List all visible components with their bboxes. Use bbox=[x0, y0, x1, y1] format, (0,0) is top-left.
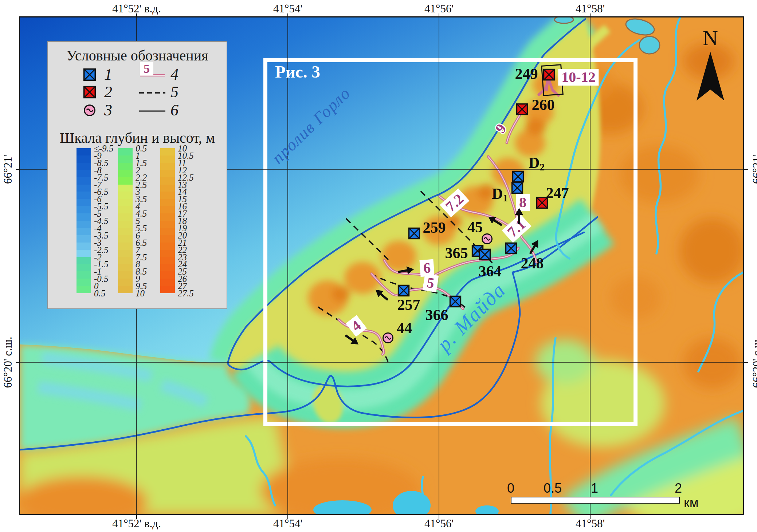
axis-tick bbox=[16, 362, 20, 363]
legend-item-number: 2 bbox=[104, 84, 112, 100]
legend-panel: Условные обозначения 1 2 3 45 5 6 Шкала … bbox=[47, 41, 227, 309]
station-label: 45 bbox=[467, 220, 483, 235]
north-arrow: N bbox=[692, 28, 729, 105]
station-label: 259 bbox=[423, 220, 446, 235]
colorbar-segment bbox=[118, 163, 133, 170]
route-label-10-12: 10-12 bbox=[558, 69, 599, 86]
pink-circle-wave-icon bbox=[382, 332, 394, 344]
axis-tick bbox=[287, 13, 288, 17]
colorbar-segment bbox=[77, 177, 91, 185]
colorbar-segment bbox=[77, 286, 91, 293]
scale-bar-tick-label: 1 bbox=[591, 481, 598, 496]
colorbar-segment bbox=[160, 185, 175, 192]
colorbar-segment bbox=[77, 170, 91, 177]
colorbar-segment bbox=[160, 250, 175, 257]
station-marker-44 bbox=[382, 332, 394, 346]
colorbar-segment bbox=[118, 286, 133, 293]
route-direction-arrow bbox=[526, 237, 544, 257]
scale-bar-tick-label: 0.5 bbox=[544, 481, 562, 496]
colorbar-segment bbox=[77, 192, 91, 199]
colorbar-segment bbox=[118, 206, 133, 213]
blue-square-x-marker bbox=[83, 68, 96, 81]
route-direction-arrow bbox=[486, 211, 506, 229]
station-marker-259 bbox=[408, 227, 420, 241]
direction-arrow-icon bbox=[486, 212, 505, 229]
colorbar-segment bbox=[118, 221, 133, 228]
colorbar-segment bbox=[160, 243, 175, 250]
dashed-line-sample bbox=[139, 91, 165, 95]
blue-square-x-icon bbox=[408, 227, 420, 240]
scale-bar: 00.512км bbox=[508, 481, 712, 506]
colorbar-segment bbox=[118, 235, 133, 243]
solid-line bbox=[139, 108, 165, 115]
colorbar-segment bbox=[118, 279, 133, 286]
legend-item-number: 4 bbox=[170, 67, 179, 83]
colorbar-segment bbox=[118, 199, 133, 206]
lat-label-right: 66°20' с.ш. bbox=[750, 337, 757, 388]
red-square-x-marker bbox=[83, 86, 96, 99]
colorbar-segment bbox=[160, 235, 175, 243]
colorbar-segment bbox=[77, 279, 91, 286]
colorbar-segment bbox=[77, 221, 91, 228]
legend-item-number: 6 bbox=[170, 102, 179, 118]
colorbar-segment bbox=[160, 264, 175, 271]
colorbar-segment bbox=[118, 264, 133, 271]
axis-tick bbox=[744, 169, 748, 170]
route-direction-arrow bbox=[372, 285, 392, 304]
route-direction-arrow bbox=[514, 208, 525, 224]
axis-tick bbox=[590, 13, 591, 17]
station-marker-248 bbox=[505, 242, 517, 256]
station-marker-260 bbox=[516, 103, 528, 117]
colorbar-segment bbox=[160, 206, 175, 213]
direction-arrow-icon bbox=[397, 264, 415, 277]
route-label-9: 9 bbox=[490, 118, 511, 139]
station-label: 247 bbox=[546, 185, 569, 201]
colorbar-segment bbox=[160, 163, 175, 170]
axis-tick bbox=[590, 515, 591, 519]
colorbar-segment bbox=[118, 271, 133, 279]
station-label: D2 bbox=[529, 155, 545, 172]
axis-tick bbox=[287, 515, 288, 519]
colorbar-segment bbox=[77, 271, 91, 279]
colorbar-segment bbox=[118, 155, 133, 163]
colorbar-segment bbox=[160, 177, 175, 185]
station-label: D1 bbox=[492, 186, 508, 203]
red-square-x-icon bbox=[516, 103, 528, 115]
colorbar-segment bbox=[77, 206, 91, 213]
colorbar-segment bbox=[118, 177, 133, 185]
station-label: 260 bbox=[532, 97, 555, 113]
dashed-line bbox=[139, 90, 165, 96]
colorbar-segment bbox=[160, 155, 175, 163]
colorbar-segment bbox=[118, 192, 133, 199]
pink-circle-wave-icon bbox=[481, 233, 493, 245]
colorbar-segment bbox=[77, 257, 91, 264]
legend-route-badge: 5 bbox=[140, 62, 153, 75]
axis-tick bbox=[16, 169, 20, 170]
scale-bar-tick-label: 2 bbox=[675, 481, 682, 496]
colorbar-segment bbox=[160, 228, 175, 235]
axis-tick bbox=[439, 515, 439, 519]
colorbar-segment bbox=[160, 279, 175, 286]
colorbar-segment bbox=[77, 148, 91, 155]
scale-bar-tick-label: 0 bbox=[507, 481, 514, 496]
pink-circle-wave-icon bbox=[83, 104, 96, 117]
axis-tick bbox=[136, 515, 137, 519]
legend-item-number: 1 bbox=[104, 67, 112, 83]
colorbar-tick-label: 27.5 bbox=[178, 289, 194, 298]
scale-bar-body bbox=[511, 497, 680, 504]
colorbar-segment bbox=[160, 199, 175, 206]
colorbar-segment bbox=[160, 148, 175, 155]
lat-label-left: 66°21' bbox=[1, 155, 15, 184]
colorbar-segment bbox=[77, 155, 91, 163]
map-figure: Рис. 3 пролив Горло р. Майда 249 260 247… bbox=[19, 16, 744, 515]
colorbar-tick-label: 10 bbox=[136, 289, 145, 298]
colorbar-segment bbox=[77, 250, 91, 257]
colorbar-segment bbox=[118, 170, 133, 177]
blue-square-x-icon bbox=[449, 295, 462, 308]
colorbar-segment bbox=[160, 170, 175, 177]
route-label-5: 5 bbox=[423, 273, 439, 292]
lat-label-right: 66°21' bbox=[750, 155, 757, 184]
depth-colorbar bbox=[160, 148, 175, 293]
colorbar-segment bbox=[160, 221, 175, 228]
colorbar-segment bbox=[118, 250, 133, 257]
